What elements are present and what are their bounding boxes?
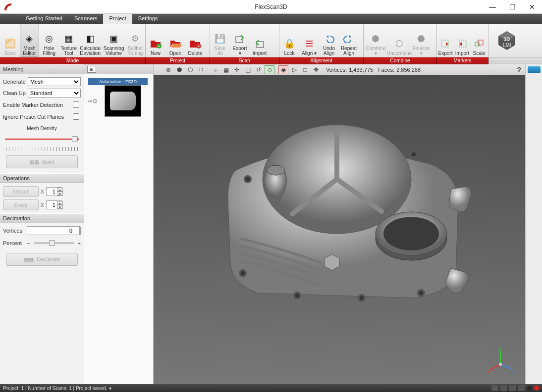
status-icon-4[interactable]	[518, 385, 525, 391]
status-icon-3[interactable]	[509, 385, 516, 391]
record-icon[interactable]: ◉	[278, 65, 288, 74]
right-strip	[525, 64, 542, 384]
shade-wire-icon[interactable]: ⊛	[163, 65, 173, 74]
sensor-icon[interactable]	[528, 66, 541, 73]
erode-button[interactable]: Erode	[3, 199, 39, 210]
generate-select[interactable]: Mesh	[28, 77, 81, 86]
hole-filling-button[interactable]: ◎Hole Filling	[39, 24, 59, 57]
label-project: Project	[146, 57, 210, 64]
status-dot-dark	[527, 386, 532, 391]
lock-icon: 🔒	[283, 37, 296, 50]
texture-tool-button[interactable]: ▦Texture Tool	[59, 24, 79, 57]
new-project-button[interactable]: +New	[146, 24, 165, 57]
undo-align-button[interactable]: Undo Align	[319, 24, 339, 57]
save-all-button[interactable]: 💾Save All	[210, 24, 230, 57]
enable-marker-checkbox[interactable]	[73, 101, 79, 108]
save-icon: 💾	[214, 32, 226, 45]
stop-icon[interactable]: □	[300, 65, 310, 74]
menu-project[interactable]: Project	[103, 14, 132, 24]
mesh-editor-button[interactable]: ◈Mesh Editor	[20, 24, 40, 57]
color-grid-icon[interactable]: ▦	[221, 65, 231, 74]
uncombine-icon: ⬡	[393, 37, 406, 50]
ballbar-tuning-button[interactable]: ⚙Ballbar Tuning	[125, 24, 145, 57]
import-scan-button[interactable]: Import	[250, 24, 270, 57]
open-project-button[interactable]: Open	[165, 24, 185, 57]
status-icon-1[interactable]	[491, 385, 498, 391]
export-scan-button[interactable]: Export ▾	[230, 24, 250, 57]
repeat-align-button[interactable]: Repeat Align	[339, 24, 359, 57]
svg-text:×: ×	[198, 44, 200, 49]
thumb-view-icon[interactable]: ⊞	[87, 66, 96, 73]
cleanup-select[interactable]: Standard	[28, 89, 81, 98]
cleanup-label: Clean Up	[3, 90, 26, 96]
status-icon-2[interactable]	[500, 385, 507, 391]
svg-point-25	[295, 294, 299, 297]
menu-scanners[interactable]: Scanners	[68, 14, 103, 24]
menu-getting-started[interactable]: Getting Started	[20, 14, 68, 24]
axis-tool-icon[interactable]: ✛	[232, 65, 242, 74]
vertices-stat-value: 1,433,775	[349, 67, 373, 73]
scan-button[interactable]: 📶Scan	[0, 24, 20, 57]
maximize-button[interactable]: ☐	[502, 0, 522, 14]
uncombine-button[interactable]: ⬡Uncombine	[387, 24, 411, 57]
combine-button[interactable]: ⬢Combine ▾	[364, 24, 387, 57]
import-markers-button[interactable]: Import	[454, 24, 471, 57]
vertices-input[interactable]	[27, 226, 80, 235]
thumb-preview	[105, 85, 141, 117]
smooth-button[interactable]: Smooth	[3, 186, 39, 197]
shade-flat-icon[interactable]: ⬢	[174, 65, 184, 74]
percent-slider[interactable]	[34, 239, 73, 247]
shade-points-icon[interactable]: ∷	[196, 65, 206, 74]
repeat-icon	[342, 32, 355, 45]
scale-markers-button[interactable]: Scale	[471, 24, 488, 57]
cursor-icon[interactable]: ⬦	[210, 65, 220, 74]
mesh-density-slider[interactable]	[5, 135, 79, 144]
ballbar-icon: ⚙	[129, 32, 142, 45]
ribbon-group-project: +New Open ×Delete	[146, 24, 210, 57]
menu-settings[interactable]: Settings	[132, 14, 164, 24]
percent-minus: −	[27, 240, 30, 246]
delete-project-button[interactable]: ×Delete	[185, 24, 205, 57]
ribbon-label-bar: Mode Project Scan Alignment Combine Mark…	[0, 57, 542, 64]
viewport-canvas[interactable]: x y z	[154, 75, 525, 384]
align-button[interactable]: Align ▾	[299, 24, 319, 57]
status-bar: Project: 1 | Number of Scans: 1 | Projec…	[0, 384, 542, 392]
thumbnail-column: ⊞ Automotive - FS3D ∞⊙	[84, 64, 154, 384]
marker-import-icon	[456, 37, 469, 50]
scan-thumbnail[interactable]: Automotive - FS3D ∞⊙	[88, 78, 148, 117]
scanning-volume-button[interactable]: ▣Scanning Volume	[102, 24, 126, 57]
viewport: ⊛ ⬢ ⬡ ∷ ⬦ ▦ ✛ ◫ ↺ ◇ ◉ ▷ □ ✥ Vertices: 1,…	[154, 64, 525, 384]
ignore-preset-label: Ignore Preset Cut Planes	[3, 114, 64, 120]
smooth-spinner[interactable]: ▴▾	[57, 188, 63, 196]
panel-decimation: Vertices ▴▾ Percent − + ▦▦Decimate	[0, 223, 84, 271]
link-chain-icon: ∞⊙	[88, 98, 98, 104]
shade-smooth-icon[interactable]: ⬡	[185, 65, 195, 74]
box-icon-1[interactable]: ◫	[243, 65, 253, 74]
ribbon-group-markers: Export Import Scale	[437, 24, 488, 57]
minimize-button[interactable]: —	[483, 0, 502, 14]
select-mode-icon[interactable]: ◇	[265, 65, 274, 74]
label-mode: Mode	[0, 57, 146, 64]
export-markers-button[interactable]: Export	[437, 24, 454, 57]
erode-spinner[interactable]: ▴▾	[57, 201, 63, 209]
help-icon[interactable]: ?	[517, 66, 521, 74]
finalize-button[interactable]: ⬣Finalize ▾	[411, 24, 431, 57]
close-button[interactable]: ✕	[522, 0, 542, 14]
move-icon[interactable]: ✥	[311, 65, 321, 74]
texture-icon: ▦	[62, 32, 75, 45]
refresh-icon[interactable]: ↺	[254, 65, 264, 74]
svg-point-15	[267, 165, 285, 175]
thumb-caption: Automotive - FS3D	[88, 78, 148, 85]
lock-button[interactable]: 🔒Lock	[279, 24, 299, 57]
axis-gizmo: x y z	[486, 344, 515, 374]
ignore-preset-checkbox[interactable]	[73, 113, 79, 120]
status-chevron-icon[interactable]: ▾	[109, 386, 111, 391]
calculate-deviation-button[interactable]: ◧Calculate Deviation	[78, 24, 102, 57]
svg-point-27	[360, 296, 364, 300]
build-button[interactable]: ▦▦Build	[6, 155, 78, 168]
decimate-button[interactable]: ▦▦Decimate	[6, 253, 78, 266]
status-text: Project: 1 | Number of Scans: 1 | Projec…	[3, 386, 107, 391]
play-icon[interactable]: ▷	[289, 65, 299, 74]
svg-line-36	[500, 364, 512, 369]
menubar: Getting Started Scanners Project Setting…	[0, 14, 542, 24]
